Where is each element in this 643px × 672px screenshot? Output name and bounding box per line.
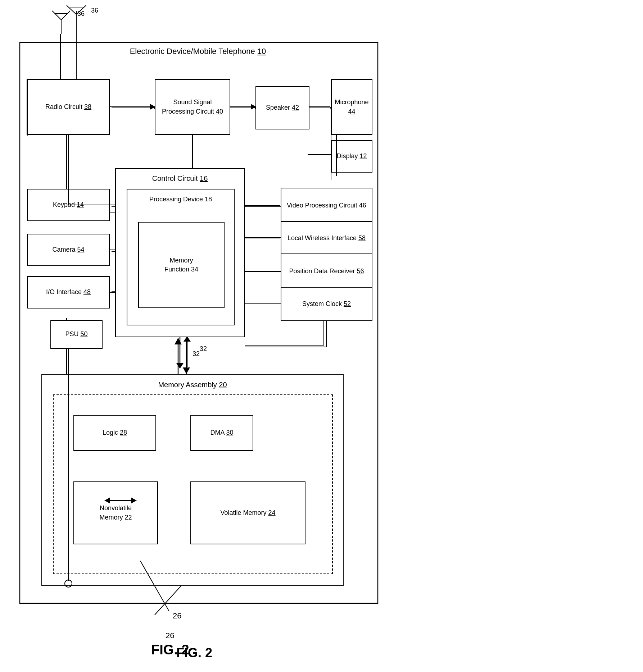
svg-line-37 <box>61 11 70 20</box>
main-title: Electronic Device/Mobile Telephone 10 <box>72 47 324 56</box>
svg-marker-62 <box>183 367 190 374</box>
control-circuit-box: Control Circuit 16 Processing Device 18 … <box>115 168 245 337</box>
logic-label: Logic 28 <box>103 428 127 437</box>
io-interface-label: I/O Interface 48 <box>46 288 91 297</box>
svg-text:26: 26 <box>173 611 181 620</box>
psu-label: PSU 50 <box>65 330 87 339</box>
nonvolatile-memory-box: NonvolatileMemory 22 <box>73 481 158 544</box>
display-label: Display 12 <box>336 152 367 161</box>
antenna-ref-label: 36 <box>77 10 85 18</box>
svg-marker-24 <box>176 363 184 369</box>
svg-text:36: 36 <box>91 7 98 14</box>
microphone-box: Microphone 44 <box>331 79 372 135</box>
camera-box: Camera 54 <box>27 234 110 266</box>
camera-label: Camera 54 <box>52 245 84 254</box>
label-32: 32 <box>200 345 207 353</box>
antenna-symbol <box>50 7 72 37</box>
antenna-icon <box>50 7 72 36</box>
volatile-memory-label: Volatile Memory 24 <box>220 508 275 517</box>
system-clock-label: System Clock 52 <box>302 300 351 308</box>
control-circuit-label: Control Circuit 16 <box>152 173 208 183</box>
memory-assembly-box: Memory Assembly 20 Logic 28 DMA 30 Nonvo… <box>41 374 344 586</box>
speaker-box: Speaker 42 <box>255 86 309 129</box>
memory-assembly-label: Memory Assembly 20 <box>158 380 227 390</box>
keypad-label: Keypad 14 <box>53 200 84 209</box>
diagram: 36 Electronic Device/Mobile Telephone 10… <box>0 0 391 672</box>
main-title-text: Electronic Device/Mobile Telephone 10 <box>130 47 266 56</box>
main-title-ref: 10 <box>257 47 266 56</box>
fig-caption: FIG. 2 <box>140 645 248 660</box>
memory-function-box: MemoryFunction 34 <box>138 222 225 308</box>
label-26: 26 <box>166 631 174 640</box>
speaker-label: Speaker 42 <box>266 103 299 112</box>
processing-device-label: Processing Device 18 <box>149 195 212 204</box>
radio-circuit-label: Radio Circuit 38 <box>45 102 91 111</box>
io-interface-box: I/O Interface 48 <box>27 276 110 308</box>
video-processing-label: Video Processing Circuit 46 <box>287 201 366 210</box>
radio-circuit-box: Radio Circuit 38 <box>27 79 110 135</box>
video-processing-box: Video Processing Circuit 46 <box>281 188 372 224</box>
sound-signal-label: Sound SignalProcessing Circuit 40 <box>162 98 223 116</box>
sound-signal-box: Sound SignalProcessing Circuit 40 <box>155 79 230 135</box>
keypad-box: Keypad 14 <box>27 189 110 221</box>
svg-marker-60 <box>175 338 182 344</box>
memory-function-label: MemoryFunction 34 <box>164 256 198 274</box>
display-box: Display 12 <box>331 140 372 173</box>
system-clock-box: System Clock 52 <box>281 287 372 321</box>
memory-inner-dashed-box: Logic 28 DMA 30 NonvolatileMemory 22 Vol… <box>53 394 333 574</box>
position-data-label: Position Data Receiver 56 <box>289 267 364 276</box>
position-data-box: Position Data Receiver 56 <box>281 253 372 289</box>
svg-text:32: 32 <box>193 350 200 357</box>
logic-box: Logic 28 <box>73 415 156 451</box>
processing-device-box: Processing Device 18 MemoryFunction 34 <box>127 189 235 325</box>
nonvolatile-memory-label: NonvolatileMemory 22 <box>99 504 132 522</box>
microphone-label: Microphone 44 <box>332 98 372 116</box>
local-wireless-label: Local Wireless Interface 58 <box>287 234 366 243</box>
dma-box: DMA 30 <box>190 415 253 451</box>
volatile-memory-box: Volatile Memory 24 <box>190 481 305 544</box>
psu-box: PSU 50 <box>50 320 103 349</box>
svg-line-36 <box>52 11 61 20</box>
dma-label: DMA 30 <box>210 428 233 437</box>
local-wireless-box: Local Wireless Interface 58 <box>281 221 372 255</box>
